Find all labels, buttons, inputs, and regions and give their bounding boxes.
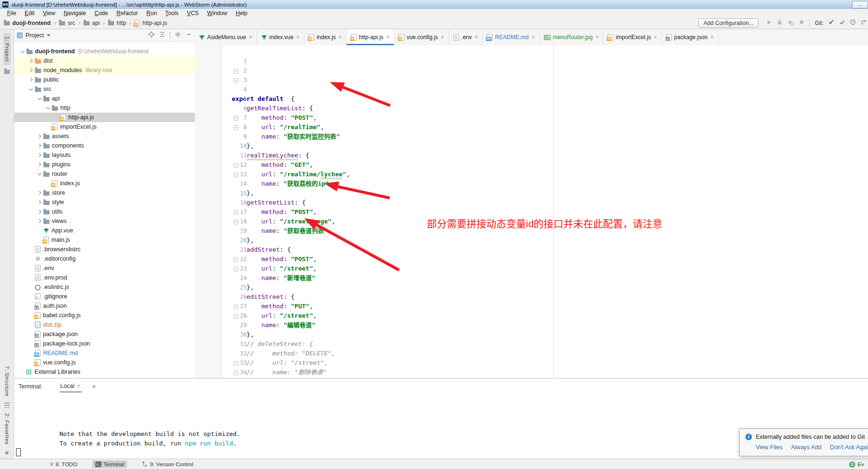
tree-row[interactable]: utils [14,207,195,216]
tree-row[interactable]: style [14,197,195,207]
code-line[interactable]: 4 url: "/realTime", [195,75,868,85]
tree-chevron-icon[interactable] [37,162,43,167]
event-log-label[interactable]: Ev [858,461,864,467]
tree-chevron-icon[interactable] [28,294,35,299]
tree-chevron-icon[interactable] [37,143,43,148]
tool-window-project-button[interactable]: 1: Project [3,33,11,65]
git-commit-icon[interactable] [839,19,845,27]
tree-chevron-icon[interactable] [28,67,35,73]
code-line[interactable]: 21 }, [195,236,868,245]
menu-item[interactable]: Refactor [112,10,142,16]
editor-tab[interactable]: .env [449,29,483,45]
menu-item[interactable]: Run [142,10,161,16]
breadcrumb-item[interactable]: http-api.js [126,20,167,26]
close-tab-icon[interactable] [441,34,444,41]
tree-chevron-icon[interactable] [37,209,43,214]
status-bar-button[interactable]: 6: TODO [47,461,80,468]
project-stripe-folder-icon[interactable] [4,70,10,74]
tree-row[interactable]: dist.zip [14,320,195,329]
close-tab-icon[interactable] [386,34,390,41]
code-line[interactable]: 31 // }, [195,330,868,339]
tree-row[interactable]: main.js [14,235,195,245]
tree-row[interactable]: babel.config.js [14,311,195,320]
tree-row[interactable]: index.js [14,179,195,188]
tree-row[interactable]: .gitignore [14,292,195,301]
tree-row[interactable]: .env.prod [14,273,195,282]
tree-chevron-icon[interactable] [37,190,43,196]
tree-row[interactable]: router [14,169,195,179]
close-tab-icon[interactable] [249,34,252,41]
run-icon[interactable] [766,19,772,27]
tree-row[interactable]: views [14,216,195,226]
tree-row[interactable]: http [14,103,195,113]
collapse-all-icon[interactable] [159,31,166,40]
tree-row[interactable]: package.json [14,329,195,339]
tree-chevron-icon[interactable] [28,275,35,280]
tree-chevron-icon[interactable] [37,171,43,177]
tree-chevron-icon[interactable] [28,247,35,252]
close-tab-icon[interactable] [710,34,714,41]
code-line[interactable]: 26 }, [195,283,868,292]
tree-row[interactable]: External Libraries [14,367,195,377]
stop-icon[interactable] [798,19,805,27]
new-terminal-icon[interactable] [92,383,96,390]
close-tab-icon[interactable] [595,34,599,41]
project-view-selector[interactable]: Project [17,32,50,39]
editor-tab[interactable]: http-api.js [347,29,394,45]
code-line[interactable]: 27 // deleteStreet: { [195,292,868,302]
tree-chevron-icon[interactable] [28,77,35,82]
tree-chevron-icon[interactable] [28,284,35,290]
hide-panel-icon[interactable] [185,31,192,40]
menu-item[interactable]: Help [232,10,252,16]
tree-chevron-icon[interactable] [37,228,43,233]
tree-row[interactable]: README.md [14,348,195,358]
code-line[interactable]: 16 }, [195,189,868,198]
tree-chevron-icon[interactable] [37,218,43,224]
gear-icon[interactable] [175,31,181,40]
tree-row[interactable]: package-lock.json [14,339,195,348]
tree-chevron-icon[interactable] [37,96,43,101]
menu-item[interactable]: Tools [161,10,183,16]
close-tab-icon[interactable] [475,34,478,41]
tree-row[interactable]: api [14,94,195,103]
breadcrumb-item[interactable]: api [75,20,100,26]
code-line[interactable]: 11 }, [195,141,868,151]
tree-chevron-icon[interactable] [45,105,52,111]
tree-chevron-icon[interactable] [20,49,26,54]
notification-action-link[interactable]: Don't Ask Again [830,444,868,451]
tree-chevron-icon[interactable] [37,133,43,139]
close-tab-icon[interactable] [296,34,300,41]
code-line[interactable]: 6 }, [195,94,868,104]
tree-row[interactable]: http-api.js [14,113,195,122]
tree-row[interactable]: src [14,84,195,94]
editor-tab[interactable]: AsideMenu.vue [195,29,257,45]
tree-row[interactable]: dist [14,56,195,66]
tree-row[interactable]: node_modules library root [14,66,195,75]
tool-window-favorites-button[interactable]: 2: Favorites [4,413,10,444]
close-tab-icon[interactable] [339,34,342,41]
locate-file-icon[interactable] [148,31,155,40]
tree-row[interactable]: App.vue [14,226,195,235]
menu-item[interactable]: Edit [20,10,39,16]
tree-chevron-icon[interactable] [37,199,43,205]
tree-chevron-icon[interactable] [28,341,35,346]
tree-chevron-icon[interactable] [28,58,35,64]
tree-chevron-icon[interactable] [28,331,35,337]
close-terminal-tab-icon[interactable] [77,383,81,389]
git-update-icon[interactable] [828,19,835,27]
tree-chevron-icon[interactable] [28,265,35,271]
notification-action-link[interactable]: View Files [756,444,783,451]
code-line[interactable]: 1 export default { [195,47,868,57]
debug-icon[interactable] [776,19,783,27]
tree-row[interactable]: components [14,141,195,150]
status-bar-button[interactable]: Terminal [92,461,127,468]
menu-item[interactable]: VCS [183,10,203,16]
tree-row[interactable]: .env [14,263,195,273]
tree-row[interactable]: duoji-frontend D:\zheheWeb\duoji-fronten… [14,47,195,56]
tree-row[interactable]: .eslintrc.js [14,282,195,292]
breadcrumb-item[interactable]: duoji-frontend [4,20,50,26]
tree-row[interactable]: layouts [14,150,195,160]
tree-chevron-icon[interactable] [20,369,26,375]
tree-chevron-icon[interactable] [37,152,43,158]
editor-tab[interactable]: package.json [662,29,718,45]
